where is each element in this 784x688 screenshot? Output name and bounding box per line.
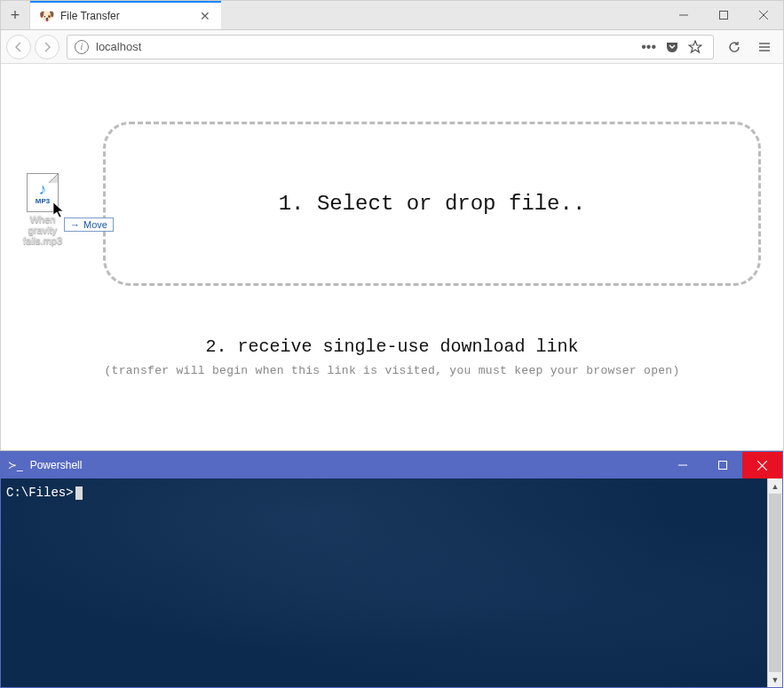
powershell-window: ≻_ Powershell C:\Files> ▲ ▼ — [0, 451, 783, 688]
url-bar[interactable]: i localhost ••• — [67, 35, 714, 59]
browser-tab[interactable]: 🐶 File Transfer ✕ — [30, 1, 221, 29]
step2-heading: 2. receive single-use download link — [1, 336, 783, 357]
url-actions: ••• — [641, 39, 706, 55]
step2-note: (transfer will begin when this link is v… — [1, 364, 783, 377]
svg-rect-1 — [719, 12, 727, 20]
menu-button[interactable] — [751, 34, 778, 60]
site-info-icon[interactable]: i — [75, 40, 89, 54]
svg-marker-4 — [689, 41, 701, 52]
drop-zone-text: 1. Select or drop file.. — [279, 192, 586, 216]
pocket-icon[interactable] — [665, 40, 679, 54]
tab-strip: + 🐶 File Transfer ✕ — [1, 1, 783, 30]
browser-window: + 🐶 File Transfer ✕ i localhost — [0, 0, 784, 451]
ps-maximize-button[interactable] — [702, 452, 742, 478]
ps-close-button[interactable] — [742, 452, 782, 478]
window-controls — [663, 1, 783, 29]
page-content: 1. Select or drop file.. 2. receive sing… — [1, 64, 783, 450]
terminal-cursor — [75, 486, 83, 500]
svg-rect-10 — [718, 462, 726, 470]
powershell-window-controls — [662, 452, 782, 478]
powershell-scrollbar[interactable]: ▲ ▼ — [767, 478, 782, 687]
move-tooltip-text: Move — [83, 219, 107, 230]
scroll-down-button[interactable]: ▼ — [768, 672, 782, 687]
powershell-prompt: C:\Files> — [6, 486, 74, 500]
powershell-terminal[interactable]: C:\Files> — [1, 478, 782, 687]
refresh-button[interactable] — [721, 34, 748, 60]
back-button[interactable] — [6, 35, 31, 59]
forward-button[interactable] — [35, 35, 59, 59]
arrow-right-icon: → — [70, 219, 80, 230]
powershell-icon: ≻_ — [8, 459, 23, 471]
url-text: localhost — [96, 40, 634, 53]
svg-line-3 — [759, 11, 768, 20]
bookmark-icon[interactable] — [688, 40, 702, 54]
tab-title: File Transfer — [60, 10, 191, 22]
tab-close-button[interactable]: ✕ — [198, 9, 212, 23]
svg-line-2 — [759, 11, 768, 20]
powershell-title: Powershell — [30, 459, 662, 471]
file-drop-zone[interactable]: 1. Select or drop file.. — [103, 122, 761, 286]
window-close-button[interactable] — [743, 1, 783, 29]
ps-minimize-button[interactable] — [662, 452, 702, 478]
window-maximize-button[interactable] — [703, 1, 743, 29]
window-minimize-button[interactable] — [663, 1, 703, 29]
powershell-titlebar[interactable]: ≻_ Powershell — [1, 452, 782, 478]
tab-favicon-icon: 🐶 — [39, 9, 53, 23]
browser-toolbar: i localhost ••• — [1, 30, 783, 64]
scroll-up-button[interactable]: ▲ — [768, 478, 782, 494]
new-tab-button[interactable]: + — [1, 1, 30, 29]
page-actions-icon[interactable]: ••• — [641, 39, 656, 55]
scroll-thumb[interactable] — [769, 494, 781, 672]
drag-move-tooltip: → Move — [64, 217, 114, 232]
